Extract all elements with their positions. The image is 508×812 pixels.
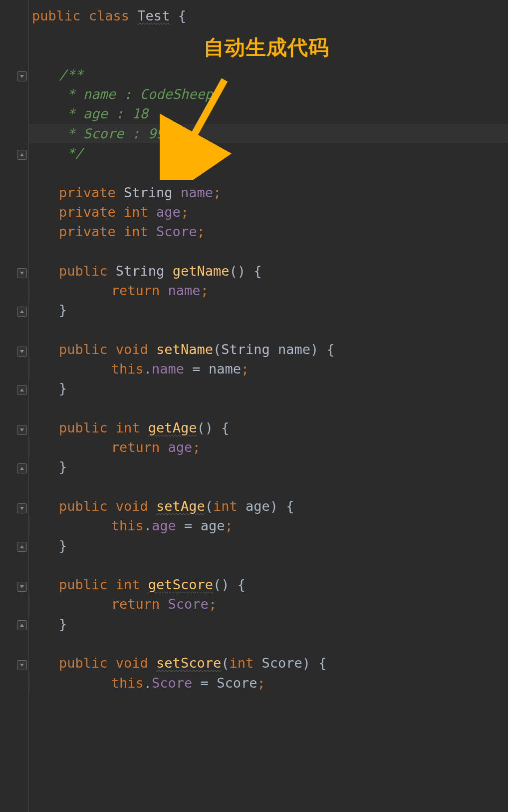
field-ref: age	[152, 518, 176, 533]
fold-marker[interactable]	[17, 71, 27, 81]
param-name: name	[278, 342, 310, 357]
code-line: }	[29, 300, 508, 320]
code-line: }	[29, 457, 508, 476]
semicolon: ;	[213, 185, 221, 200]
fold-marker[interactable]	[17, 620, 27, 630]
keyword: private	[59, 204, 116, 220]
code-line: return name;	[29, 281, 508, 300]
code-line: /**	[29, 65, 508, 84]
fold-marker[interactable]	[17, 385, 27, 395]
javadoc: /**	[59, 67, 83, 82]
fold-marker[interactable]	[17, 268, 27, 278]
fold-marker[interactable]	[17, 425, 27, 435]
code-line: return age;	[29, 437, 508, 457]
field-name: age	[156, 204, 181, 220]
brace-open: {	[238, 577, 246, 592]
code-line: public String getName() {	[29, 261, 508, 281]
param-type: int	[229, 655, 254, 671]
method-name: setName	[156, 342, 213, 357]
keyword: return	[111, 439, 160, 455]
semicolon: ;	[181, 204, 189, 220]
equals: =	[192, 675, 217, 691]
fold-marker[interactable]	[17, 463, 27, 473]
svg-line-0	[175, 80, 225, 170]
brace-open: {	[254, 263, 261, 279]
code-line: */	[29, 143, 508, 163]
code-line: private int age;	[29, 202, 508, 222]
paren-open: (	[213, 342, 221, 357]
brace-close: }	[59, 302, 67, 318]
keyword: public	[59, 263, 108, 279]
code-line: }	[29, 614, 508, 634]
param-ref: name	[209, 361, 241, 377]
equals: =	[176, 518, 201, 533]
javadoc: * age : 18	[59, 106, 148, 121]
params: ()	[197, 420, 213, 435]
code-line	[29, 477, 508, 496]
code-line: public void setAge(int age) {	[29, 496, 508, 516]
code-line	[29, 241, 508, 261]
brace-open: {	[286, 498, 294, 514]
brace-close: }	[59, 538, 67, 553]
keyword: public	[59, 655, 108, 671]
param-name: age	[246, 498, 270, 514]
method-name: setAge	[156, 498, 205, 514]
method-name: getScore	[148, 577, 213, 592]
fold-marker[interactable]	[17, 542, 27, 552]
dot: .	[144, 361, 152, 377]
fold-marker[interactable]	[17, 347, 27, 357]
method-name: getAge	[148, 420, 197, 435]
annotation-label: 自动生成代码	[204, 34, 329, 61]
paren-close: )	[310, 342, 318, 357]
code-line: public class Test {	[29, 6, 508, 25]
fold-marker[interactable]	[17, 660, 27, 670]
field-ref: name	[168, 283, 201, 298]
type: int	[116, 420, 140, 435]
code-line: * Score : 99	[29, 124, 508, 143]
field-name: name	[181, 185, 213, 200]
code-line: * name : CodeSheep	[29, 84, 508, 104]
semicolon: ;	[209, 596, 217, 612]
code-line: private int Score;	[29, 222, 508, 241]
param-name: Score	[261, 655, 302, 671]
semicolon: ;	[197, 224, 205, 239]
fold-marker[interactable]	[17, 150, 27, 160]
fold-marker[interactable]	[17, 307, 27, 317]
equals: =	[184, 361, 209, 377]
keyword-public: public	[32, 8, 81, 23]
code-line: }	[29, 379, 508, 398]
code-area[interactable]: public class Test { /** * name : CodeShe…	[29, 0, 508, 812]
fold-marker[interactable]	[17, 582, 27, 592]
paren-close: )	[302, 655, 310, 671]
param-type: String	[221, 342, 270, 357]
brace-open: {	[318, 655, 326, 671]
type: void	[116, 342, 148, 357]
code-line	[29, 634, 508, 653]
params: ()	[213, 577, 230, 592]
paren-open: (	[221, 655, 229, 671]
type: void	[116, 655, 148, 671]
class-name: Test	[137, 8, 170, 23]
keyword: public	[59, 577, 108, 592]
code-editor[interactable]: public class Test { /** * name : CodeShe…	[0, 0, 508, 812]
semicolon: ;	[201, 283, 209, 298]
brace-close: }	[59, 459, 67, 474]
fold-marker[interactable]	[17, 503, 27, 513]
param-ref: Score	[217, 675, 257, 691]
field-ref: name	[152, 361, 184, 377]
field-ref: Score	[168, 596, 209, 612]
gutter	[0, 0, 29, 812]
keyword-this: this	[111, 675, 144, 691]
brace-open: {	[327, 342, 335, 357]
code-line	[29, 163, 508, 182]
code-line: public int getScore() {	[29, 575, 508, 594]
keyword: public	[59, 342, 108, 357]
code-line: this.age = age;	[29, 516, 508, 535]
javadoc: * Score : 99	[59, 126, 164, 141]
brace-open: {	[221, 420, 229, 435]
code-line: public int getAge() {	[29, 418, 508, 437]
semicolon: ;	[241, 361, 249, 377]
keyword-this: this	[111, 518, 144, 533]
semicolon: ;	[225, 518, 233, 533]
dot: .	[144, 675, 152, 691]
